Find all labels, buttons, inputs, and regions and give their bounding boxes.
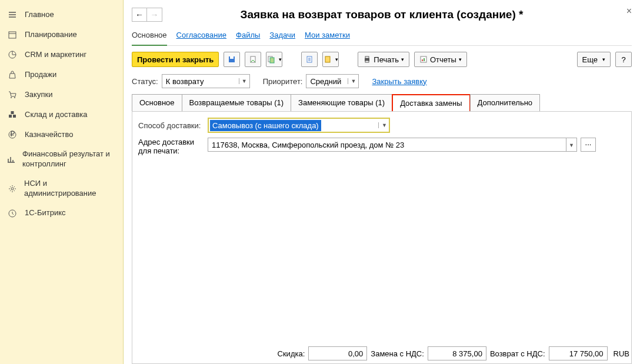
nav-tabs: Основное Согласование Файлы Задачи Мои з… — [132, 24, 632, 46]
svg-rect-20 — [365, 61, 369, 62]
replace-input[interactable] — [428, 346, 486, 360]
sidebar-item-planning[interactable]: Планирование — [0, 25, 123, 45]
page-title: Заявка на возврат товаров от клиента (со… — [132, 8, 632, 21]
close-request-link[interactable]: Закрыть заявку — [372, 77, 426, 86]
svg-point-9 — [11, 188, 14, 190]
sidebar-item-warehouse[interactable]: Склад и доставка — [0, 105, 123, 125]
priority-label: Приоритет: — [263, 77, 303, 86]
doc-tab-replacing[interactable]: Заменяющие товары (1) — [291, 94, 392, 111]
nav-tab-notes[interactable]: Мои заметки — [305, 29, 350, 41]
main-area: ← → Заявка на возврат товаров от клиента… — [124, 0, 640, 364]
discount-label: Скидка: — [278, 349, 305, 358]
svg-rect-4 — [9, 115, 12, 118]
doc-button-1[interactable] — [301, 52, 318, 67]
doc-tab-main[interactable]: Основное — [132, 94, 182, 111]
cart-icon — [7, 89, 18, 100]
address-label-2: для печати: — [138, 146, 204, 155]
reports-label: Отчеты — [430, 55, 456, 64]
close-button[interactable]: × — [626, 6, 632, 16]
currency-label: RUB — [614, 349, 629, 358]
save-button[interactable] — [224, 52, 240, 67]
chevron-down-icon[interactable]: ▼ — [348, 78, 358, 84]
sidebar-item-crm[interactable]: CRM и маркетинг — [0, 45, 123, 65]
doc-button-2[interactable]: ▾ — [322, 52, 339, 67]
svg-rect-19 — [365, 56, 369, 58]
clock-icon — [7, 208, 18, 219]
svg-text:₽: ₽ — [10, 131, 15, 138]
replace-label: Замена с НДС: — [371, 349, 424, 358]
forward-button[interactable]: → — [147, 8, 162, 22]
svg-point-2 — [11, 97, 12, 98]
more-button[interactable]: Еще▾ — [577, 52, 611, 67]
print-label: Печать — [374, 55, 399, 64]
create-based-button[interactable]: ▾ — [266, 52, 282, 67]
chevron-down-icon[interactable]: ▼ — [378, 122, 389, 128]
doc-tab-delivery[interactable]: Доставка замены — [392, 94, 470, 111]
delivery-method-label: Способ доставки: — [138, 121, 204, 130]
bag-icon — [7, 69, 18, 80]
sidebar-item-sales[interactable]: Продажи — [0, 65, 123, 85]
pie-icon — [7, 49, 18, 60]
address-dots-button[interactable]: ... — [581, 138, 596, 152]
post-and-close-button[interactable]: Провести и закрыть — [132, 52, 219, 67]
post-button[interactable] — [245, 52, 261, 67]
chevron-down-icon[interactable]: ▼ — [566, 138, 577, 152]
svg-point-3 — [14, 97, 15, 98]
address-label: Адрес доставки для печати: — [138, 138, 204, 155]
sidebar-label: Финансовый результат и контроллинг — [22, 149, 116, 169]
doc-tab-additional[interactable]: Дополнительно — [470, 94, 541, 111]
sidebar-label: Склад и доставка — [25, 110, 88, 120]
status-value: К возврату — [162, 77, 239, 86]
print-button[interactable]: Печать▾ — [358, 52, 409, 67]
calendar-icon — [7, 29, 18, 40]
return-input[interactable] — [549, 346, 608, 360]
doc-tab-returned[interactable]: Возвращаемые товары (1) — [182, 94, 291, 111]
status-select[interactable]: К возврату ▼ — [162, 74, 250, 88]
help-button[interactable]: ? — [615, 52, 632, 67]
sidebar-label: CRM и маркетинг — [25, 50, 86, 60]
svg-rect-0 — [9, 32, 16, 38]
delivery-method-select[interactable]: Самовывоз (с нашего склада) ▼ — [208, 118, 390, 133]
coin-icon: ₽ — [7, 129, 18, 140]
svg-rect-23 — [424, 58, 425, 61]
sidebar-label: НСИ и администрирование — [24, 179, 116, 199]
sidebar-item-bitrix[interactable]: 1С-Битрикс — [0, 203, 123, 223]
sidebar-item-main[interactable]: Главное — [0, 5, 123, 25]
footer-totals: Скидка: Замена с НДС: Возврат с НДС: RUB — [278, 346, 632, 360]
address-input[interactable] — [208, 138, 566, 152]
boxes-icon — [7, 109, 18, 120]
tab-content: Способ доставки: Самовывоз (с нашего скл… — [132, 111, 632, 364]
svg-rect-6 — [11, 111, 14, 114]
nav-tab-main[interactable]: Основное — [132, 29, 167, 46]
nav-tab-approval[interactable]: Согласование — [176, 29, 226, 41]
discount-input[interactable] — [308, 346, 367, 360]
sidebar-label: Продажи — [25, 70, 56, 80]
svg-rect-12 — [230, 56, 234, 59]
sidebar-item-treasury[interactable]: ₽ Казначейство — [0, 125, 123, 145]
svg-rect-5 — [13, 115, 16, 118]
sidebar-item-admin[interactable]: НСИ и администрирование — [0, 174, 123, 203]
doc-tabs: Основное Возвращаемые товары (1) Заменяю… — [132, 94, 632, 112]
sidebar-item-fin[interactable]: Финансовый результат и контроллинг — [0, 145, 123, 174]
sidebar-label: Закупки — [25, 90, 52, 100]
menu-icon — [7, 9, 18, 20]
svg-rect-22 — [422, 59, 423, 61]
priority-select[interactable]: Средний ▼ — [306, 74, 359, 88]
sidebar-item-purchases[interactable]: Закупки — [0, 85, 123, 105]
svg-rect-15 — [270, 58, 274, 63]
sidebar-label: Главное — [25, 10, 54, 20]
return-label: Возврат с НДС: — [490, 349, 545, 358]
nav-tab-tasks[interactable]: Задачи — [269, 29, 295, 41]
delivery-method-value: Самовывоз (с нашего склада) — [210, 120, 321, 131]
reports-button[interactable]: Отчеты▾ — [414, 52, 467, 67]
sidebar-label: Планирование — [25, 30, 77, 40]
status-label: Статус: — [132, 77, 158, 86]
sidebar: Главное Планирование CRM и маркетинг Про… — [0, 0, 124, 364]
sidebar-label: 1С-Битрикс — [25, 208, 66, 218]
nav-tab-files[interactable]: Файлы — [236, 29, 260, 41]
chevron-down-icon[interactable]: ▼ — [239, 78, 249, 84]
back-button[interactable]: ← — [132, 8, 147, 22]
priority-value: Средний — [306, 77, 348, 86]
svg-rect-17 — [325, 56, 330, 62]
address-label-1: Адрес доставки — [138, 138, 204, 146]
